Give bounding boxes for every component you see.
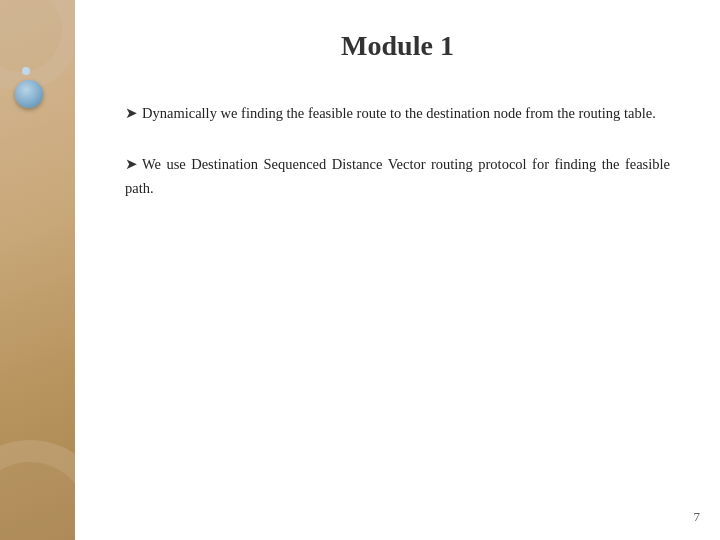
slide-title: Module 1 xyxy=(115,30,680,62)
circle-small-decoration xyxy=(15,80,43,108)
slide-container: Module 1 ➤Dynamically we finding the fea… xyxy=(0,0,720,540)
bullets-container: ➤Dynamically we finding the feasible rou… xyxy=(115,102,680,510)
circle-dot-decoration xyxy=(22,67,30,75)
bullet-item-2: ➤We use Destination Sequenced Distance V… xyxy=(125,153,670,199)
bullet-arrow-1: ➤ xyxy=(125,105,138,121)
left-sidebar xyxy=(0,0,75,540)
bullet-item-1: ➤Dynamically we finding the feasible rou… xyxy=(125,102,670,125)
bullet-text-1: Dynamically we finding the feasible rout… xyxy=(142,105,656,121)
circle-bottom-decoration xyxy=(0,440,75,540)
circle-large-decoration xyxy=(0,0,75,90)
bullet-arrow-2: ➤ xyxy=(125,156,138,172)
bullet-text-2: We use Destination Sequenced Distance Ve… xyxy=(125,156,670,195)
page-number: 7 xyxy=(694,509,701,525)
main-content: Module 1 ➤Dynamically we finding the fea… xyxy=(75,0,720,540)
